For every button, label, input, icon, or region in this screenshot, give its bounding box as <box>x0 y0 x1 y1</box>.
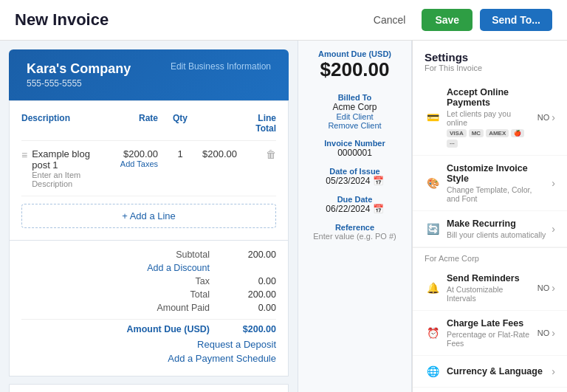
th-qty: Qty <box>158 113 202 134</box>
date-of-issue-val[interactable]: 05/23/2024 📅 <box>306 176 404 186</box>
delete-item-icon[interactable]: 🗑 <box>266 148 276 160</box>
remove-client-link[interactable]: Remove Client <box>306 121 404 130</box>
accept-payments-sub: Let clients pay you online <box>447 109 532 127</box>
late-fees-badge: NO › <box>537 327 555 339</box>
request-deposit-link[interactable]: Request a Deposit <box>197 339 276 350</box>
recurring-sub: Bill your clients automatically <box>447 230 546 239</box>
due-date-val[interactable]: 06/22/2024 📅 <box>306 204 404 214</box>
settings-item-content-payments: Accept Online Payments Let clients pay y… <box>447 87 532 148</box>
edit-client-link[interactable]: Edit Client <box>306 112 404 121</box>
globe-icon: 🌐 <box>425 363 441 379</box>
settings-item-customize[interactable]: 🎨 Customize Invoice Style Change Templat… <box>413 156 567 211</box>
invoice-summary-panel: Amount Due (USD) $200.00 Billed To Acme … <box>298 41 412 392</box>
settings-item-content-reminders: Send Reminders At Customizable Intervals <box>447 273 532 303</box>
invoice-table-area: Description Rate Qty LineTotal ≡ Example… <box>9 100 289 241</box>
settings-panel: Settings For This Invoice 💳 Accept Onlin… <box>412 41 567 392</box>
reference-placeholder[interactable]: Enter value (e.g. PO #) <box>306 232 404 241</box>
company-name: Kara's Company <box>27 61 131 77</box>
header-actions: Cancel Save Send To... <box>365 9 552 31</box>
invoice-number-block: Invoice Number 0000001 <box>306 139 404 158</box>
online-payments-badge: NO › <box>537 111 555 123</box>
item-name[interactable]: Example blog post 1 <box>32 148 92 171</box>
total-val: 200.00 <box>232 289 276 300</box>
credit-card-icon: 💳 <box>425 109 441 125</box>
customize-sub: Change Template, Color, and Font <box>447 185 546 203</box>
billed-to-block: Billed To Acme Corp Edit Client Remove C… <box>306 93 404 130</box>
item-qty[interactable]: 1 <box>158 148 202 159</box>
summary-amount-due-val: $200.00 <box>306 58 404 81</box>
reference-label: Reference <box>306 223 404 232</box>
date-of-issue-block: Date of Issue 05/23/2024 📅 <box>306 167 404 186</box>
chevron-right-icon: › <box>551 282 555 294</box>
mc-icon: MC <box>469 129 484 137</box>
settings-item-currency[interactable]: 🌐 Currency & Language › <box>413 356 567 388</box>
subtotal-label: Subtotal <box>176 250 210 260</box>
item-rate-val[interactable]: $200.00 <box>123 148 158 159</box>
settings-item-late-fees[interactable]: ⏰ Charge Late Fees Percentage or Flat-Ra… <box>413 311 567 356</box>
recurring-icon: 🔄 <box>425 221 441 237</box>
chevron-right-icon: › <box>551 111 555 123</box>
company-phone: 555-555-5555 <box>27 78 131 89</box>
th-rate: Rate <box>92 113 158 134</box>
settings-item-content-recurring: Make Recurring Bill your clients automat… <box>447 219 546 239</box>
save-button[interactable]: Save <box>422 9 472 31</box>
settings-item-recurring[interactable]: 🔄 Make Recurring Bill your clients autom… <box>413 211 567 247</box>
add-discount-link[interactable]: Add a Discount <box>147 263 210 273</box>
summary-amount-due-label: Amount Due (USD) <box>306 49 404 58</box>
payment-links: Request a Deposit Add a Payment Schedule <box>21 336 276 368</box>
settings-subtitle: For This Invoice <box>413 63 567 72</box>
palette-icon: 🎨 <box>425 175 441 191</box>
item-rate: $200.00 Add Taxes <box>92 148 158 168</box>
tax-label: Tax <box>196 276 210 286</box>
currency-title: Currency & Language <box>447 366 546 376</box>
due-date-block: Due Date 06/22/2024 📅 <box>306 195 404 214</box>
payment-icons: VISA MC AMEX 🍎 ··· <box>447 129 532 148</box>
cancel-button[interactable]: Cancel <box>365 10 415 30</box>
chevron-right-icon: › <box>551 327 555 339</box>
send-button[interactable]: Send To... <box>480 9 552 31</box>
subtotal-val: 200.00 <box>232 250 276 260</box>
bell-icon: 🔔 <box>425 280 441 296</box>
amex-icon: AMEX <box>486 129 509 137</box>
other-pay-icon: ··· <box>447 140 458 148</box>
amount-paid-row: Amount Paid 0.00 <box>21 301 276 314</box>
chevron-right-icon: › <box>551 365 555 377</box>
reference-block: Reference Enter value (e.g. PO #) <box>306 223 404 241</box>
clock-icon: ⏰ <box>425 325 441 341</box>
amount-due-val: $200.00 <box>232 324 276 334</box>
add-taxes-link[interactable]: Add Taxes <box>92 159 158 168</box>
recurring-title: Make Recurring <box>447 219 546 229</box>
main-layout: Kara's Company 555-555-5555 Edit Busines… <box>0 41 567 392</box>
customize-title: Customize Invoice Style <box>447 163 546 184</box>
chevron-right-icon: › <box>551 177 555 189</box>
accept-payments-title: Accept Online Payments <box>447 87 532 108</box>
discount-val <box>232 263 276 273</box>
subtotal-row: Subtotal 200.00 <box>21 248 276 261</box>
edit-business-link[interactable]: Edit Business Information <box>171 61 271 72</box>
company-banner: Kara's Company 555-555-5555 Edit Busines… <box>9 49 289 100</box>
add-line-button[interactable]: + Add a Line <box>21 204 276 228</box>
settings-item-online-payments[interactable]: 💳 Accept Online Payments Let clients pay… <box>413 80 567 156</box>
settings-item-content-customize: Customize Invoice Style Change Template,… <box>447 163 546 203</box>
chevron-right-icon: › <box>551 223 555 235</box>
summary-amount-due: Amount Due (USD) $200.00 <box>306 49 404 81</box>
invoice-number-val[interactable]: 0000001 <box>306 148 404 158</box>
totals-section: Subtotal 200.00 Add a Discount Tax 0.00 … <box>9 241 289 376</box>
drag-icon: ≡ <box>21 149 27 161</box>
amount-due-row: Amount Due (USD) $200.00 <box>21 319 276 336</box>
settings-item-reminders[interactable]: 🔔 Send Reminders At Customizable Interva… <box>413 266 567 311</box>
late-fees-sub: Percentage or Flat-Rate Fees <box>447 330 532 348</box>
item-total-val: $200.00 <box>202 148 237 159</box>
amount-paid-val: 0.00 <box>232 303 276 313</box>
left-panel: Kara's Company 555-555-5555 Edit Busines… <box>0 41 298 392</box>
tax-row: Tax 0.00 <box>21 275 276 288</box>
total-row: Total 200.00 <box>21 288 276 301</box>
settings-title: Settings <box>413 51 567 63</box>
invoice-number-label: Invoice Number <box>306 139 404 148</box>
tax-val: 0.00 <box>232 276 276 286</box>
late-fees-title: Charge Late Fees <box>447 318 532 329</box>
notes-section: Notes Enter notes or bank transfer detai… <box>9 384 289 392</box>
add-payment-schedule-link[interactable]: Add a Payment Schedule <box>168 353 276 364</box>
item-sub[interactable]: Enter an Item Description <box>32 171 92 188</box>
for-acme-label: For Acme Corp <box>413 247 567 266</box>
